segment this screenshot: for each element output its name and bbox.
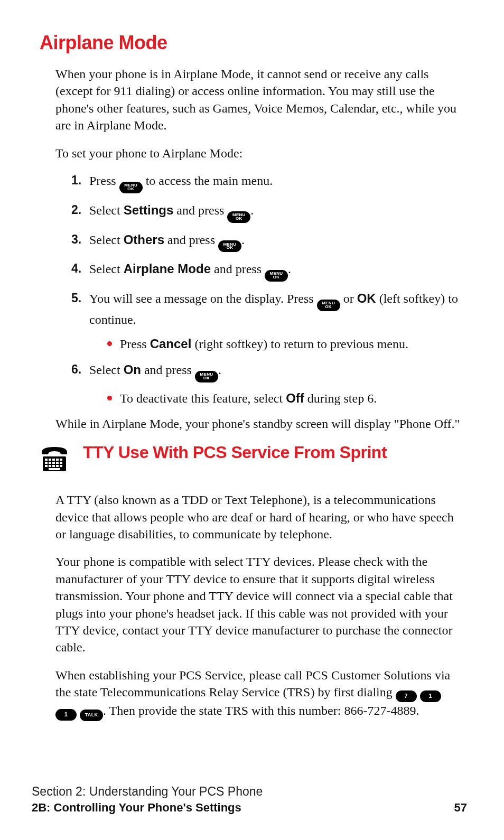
tty-p3: When establishing your PCS Service, plea… — [55, 667, 464, 721]
digit-7-key-icon: 7 — [396, 690, 417, 702]
step-text: Select — [89, 233, 124, 247]
bold-on: On — [124, 362, 141, 377]
step-text: . — [218, 363, 221, 377]
step-5: 5. You will see a message on the display… — [71, 290, 464, 353]
airplane-steps: 1. Press MENUOK to access the main menu.… — [71, 172, 464, 407]
step-text: to access the main menu. — [143, 174, 273, 188]
airplane-intro: When your phone is in Airplane Mode, it … — [55, 66, 464, 134]
menu-ok-key-icon: MENUOK — [317, 300, 340, 311]
step-6-sub: To deactivate this feature, select Off d… — [107, 390, 464, 407]
bold-airplane-mode: Airplane Mode — [124, 262, 211, 276]
heading-tty: TTY Use With PCS Service From Sprint — [83, 443, 387, 462]
step-text: . — [250, 203, 254, 217]
menu-ok-key-icon: MENUOK — [195, 371, 218, 382]
svg-rect-5 — [60, 459, 62, 461]
step-text: and press — [173, 203, 227, 217]
bold-settings: Settings — [124, 203, 174, 217]
step-4: 4. Select Airplane Mode and press MENUOK… — [71, 260, 464, 282]
step-text: Select — [89, 363, 124, 377]
svg-rect-8 — [52, 462, 55, 464]
digit-1-key-icon: 1 — [420, 690, 441, 702]
step-number: 1. — [71, 172, 81, 189]
step-text: and press — [164, 233, 218, 247]
step-text: and press — [211, 262, 265, 276]
footer-section: Section 2: Understanding Your PCS Phone — [32, 785, 467, 799]
svg-rect-2 — [49, 459, 51, 461]
tty-p1: A TTY (also known as a TDD or Text Telep… — [55, 491, 464, 543]
step-1: 1. Press MENUOK to access the main menu. — [71, 172, 464, 193]
heading-airplane-mode: Airplane Mode — [40, 32, 464, 54]
bullet-text: To deactivate this feature, select — [120, 391, 286, 405]
bold-off: Off — [286, 391, 304, 405]
svg-rect-4 — [56, 459, 59, 461]
menu-ok-key-icon: MENUOK — [265, 270, 288, 282]
step-text: or — [340, 292, 357, 305]
menu-ok-key-icon: MENUOK — [119, 182, 143, 193]
step-number: 6. — [71, 361, 81, 378]
svg-rect-15 — [60, 465, 62, 467]
step-6-bullet: To deactivate this feature, select Off d… — [107, 390, 464, 407]
digit-1-key-icon: 1 — [55, 709, 77, 721]
svg-rect-16 — [49, 468, 60, 470]
step-text: and press — [141, 363, 195, 377]
tty-icon — [40, 444, 69, 473]
svg-rect-9 — [56, 462, 59, 464]
tty-heading-row: TTY Use With PCS Service From Sprint — [40, 443, 464, 473]
step-number: 5. — [71, 290, 81, 306]
bullet-text: Press — [120, 337, 150, 351]
page-footer: Section 2: Understanding Your PCS Phone … — [32, 785, 467, 815]
step-5-sub: Press Cancel (right softkey) to return t… — [107, 335, 464, 352]
step-number: 4. — [71, 260, 81, 277]
svg-rect-11 — [45, 465, 48, 467]
step-text: You will see a message on the display. P… — [89, 292, 317, 305]
talk-key-icon: TALK — [80, 710, 103, 721]
step-number: 2. — [71, 202, 81, 218]
bold-ok: OK — [357, 291, 376, 305]
bullet-text: during step 6. — [304, 391, 377, 405]
svg-rect-1 — [45, 459, 48, 461]
step-5-bullet: Press Cancel (right softkey) to return t… — [107, 335, 464, 352]
footer-subsection: 2B: Controlling Your Phone's Settings — [32, 801, 241, 815]
page-number: 57 — [454, 801, 467, 815]
bold-others: Others — [124, 232, 164, 247]
tty-p3-pre: When establishing your PCS Service, plea… — [55, 668, 450, 699]
step-6: 6. Select On and press MENUOK. To deacti… — [71, 361, 464, 407]
step-text: . — [241, 233, 245, 247]
tty-p3-post: . Then provide the state TRS with this n… — [103, 704, 419, 717]
step-3: 3. Select Others and press MENUOK. — [71, 231, 464, 253]
bullet-text: (right softkey) to return to previous me… — [191, 337, 408, 351]
step-text: Select — [89, 262, 124, 276]
menu-ok-key-icon: MENUOK — [227, 211, 250, 223]
svg-rect-6 — [45, 462, 48, 464]
menu-ok-key-icon: MENUOK — [218, 240, 241, 252]
step-text: . — [288, 262, 291, 276]
airplane-outro: While in Airplane Mode, your phone's sta… — [55, 415, 464, 432]
tty-p2: Your phone is compatible with select TTY… — [55, 553, 464, 656]
svg-rect-3 — [52, 459, 55, 461]
svg-rect-14 — [56, 465, 59, 467]
svg-rect-12 — [49, 465, 51, 467]
step-text: Press — [89, 174, 119, 188]
step-number: 3. — [71, 231, 81, 248]
airplane-lead: To set your phone to Airplane Mode: — [55, 145, 464, 162]
step-2: 2. Select Settings and press MENUOK. — [71, 202, 464, 223]
svg-rect-10 — [60, 462, 62, 464]
step-text: Select — [89, 203, 124, 217]
svg-rect-13 — [52, 465, 55, 467]
bold-cancel: Cancel — [150, 337, 192, 351]
svg-rect-7 — [49, 462, 51, 464]
